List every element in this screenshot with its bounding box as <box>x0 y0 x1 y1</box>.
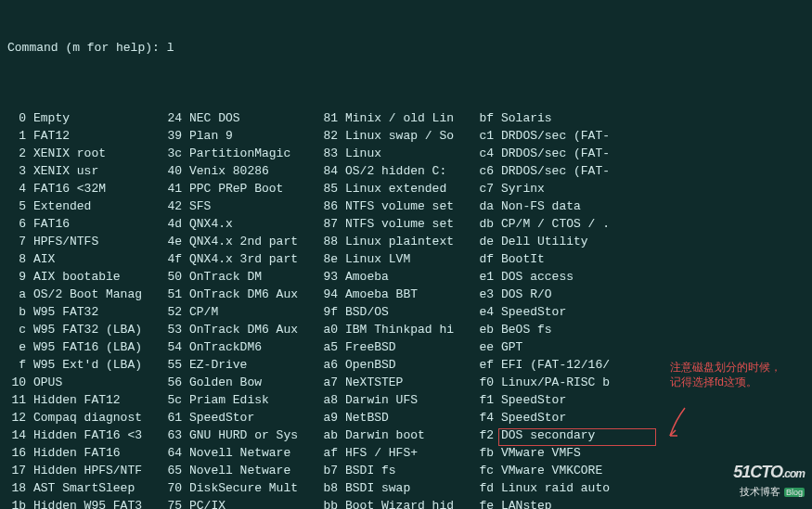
partition-type-entry: dfBootIt <box>475 250 545 268</box>
partition-type-entry: 8eLinux LVM <box>319 250 475 268</box>
hex-code: 54 <box>163 338 189 356</box>
partition-type-entry: 88Linux plaintext <box>319 233 475 250</box>
hex-code: 83 <box>319 145 345 162</box>
logo-blog: Blog <box>784 488 805 497</box>
partition-name: PartitionMagic <box>189 145 319 162</box>
partition-name: Minix / old Lin <box>345 109 475 127</box>
partition-type-entry: fdLinux raid auto <box>475 479 610 497</box>
hex-code: f0 <box>475 374 501 391</box>
partition-type-entry: a8Darwin UFS <box>319 391 475 409</box>
hex-code: 39 <box>163 127 189 145</box>
table-row: 11Hidden FAT125cPriam Ediska8Darwin UFSf… <box>7 391 805 409</box>
hex-code: b8 <box>319 479 345 497</box>
partition-type-entry: 40Venix 80286 <box>163 162 319 180</box>
hex-code: b <box>7 303 33 321</box>
partition-name: Extended <box>33 197 163 215</box>
logo-main: 51CTO <box>733 463 782 481</box>
partition-type-entry: 18AST SmartSleep <box>7 479 163 497</box>
hex-code: 94 <box>319 286 345 303</box>
partition-name: BSDI swap <box>345 479 475 497</box>
partition-name: Linux <box>345 145 475 162</box>
partition-name: QNX4.x 3rd part <box>189 250 319 268</box>
partition-name: OnTrack DM6 Aux <box>189 286 319 303</box>
partition-name: BSDI fs <box>345 462 475 479</box>
hex-code: 9f <box>319 303 345 321</box>
partition-name: Linux LVM <box>345 250 475 268</box>
hex-code: fb <box>475 444 501 462</box>
partition-type-entry: bfSolaris <box>475 109 552 127</box>
table-row: 18AST SmartSleep70DiskSecure Multb8BSDI … <box>7 479 805 497</box>
partition-name: Hidden FAT12 <box>33 391 163 409</box>
logo-sub: 技术博客 <box>740 486 780 497</box>
partition-name: Hidden FAT16 <3 <box>33 426 163 444</box>
hex-code: fc <box>475 462 501 479</box>
partition-type-entry: afHFS / HFS+ <box>319 444 475 462</box>
partition-name: AST SmartSleep <box>33 479 163 497</box>
table-row: 8AIX4fQNX4.x 3rd part8eLinux LVMdfBootIt <box>7 250 805 268</box>
partition-type-entry: 4eQNX4.x 2nd part <box>163 233 319 250</box>
hex-code: ee <box>475 338 501 356</box>
partition-name: NeXTSTEP <box>345 374 475 391</box>
hex-code: a5 <box>319 338 345 356</box>
table-row: 14Hidden FAT16 <363GNU HURD or SysabDarw… <box>7 426 805 444</box>
hex-code: 64 <box>163 444 189 462</box>
table-row: 5Extended42SFS86NTFS volume setdaNon-FS … <box>7 197 805 215</box>
partition-type-entry: 4FAT16 <32M <box>7 180 163 197</box>
partition-type-entry: 64Novell Netware <box>163 444 319 462</box>
hex-code: f1 <box>475 391 501 409</box>
hex-code: 56 <box>163 374 189 391</box>
partition-type-entry: 12Compaq diagnost <box>7 409 163 426</box>
partition-type-entry: 1bHidden W95 FAT3 <box>7 497 163 509</box>
command-prompt: Command (m for help): l <box>7 39 805 57</box>
partition-name: BootIt <box>501 250 545 268</box>
partition-type-entry: 56Golden Bow <box>163 374 319 391</box>
partition-type-entry: efEFI (FAT-12/16/ <box>475 356 610 374</box>
partition-type-entry: 51OnTrack DM6 Aux <box>163 286 319 303</box>
partition-name: OPUS <box>33 374 163 391</box>
partition-name: NTFS volume set <box>345 197 475 215</box>
partition-type-entry: 4fQNX4.x 3rd part <box>163 250 319 268</box>
partition-name: W95 FAT32 (LBA) <box>33 321 163 338</box>
hex-code: a <box>7 286 33 303</box>
table-row: aOS/2 Boot Manag51OnTrack DM6 Aux94Amoeb… <box>7 286 805 303</box>
partition-name: Darwin UFS <box>345 391 475 409</box>
partition-name: Darwin boot <box>345 426 475 444</box>
partition-type-entry: 53OnTrack DM6 Aux <box>163 321 319 338</box>
partition-type-entry: 4dQNX4.x <box>163 215 319 233</box>
partition-type-entry: 39Plan 9 <box>163 127 319 145</box>
hex-code: 84 <box>319 162 345 180</box>
partition-type-entry: 82Linux swap / So <box>319 127 475 145</box>
partition-type-entry: 83Linux <box>319 145 475 162</box>
hex-code: 53 <box>163 321 189 338</box>
partition-type-entry: 8AIX <box>7 250 163 268</box>
terminal-output[interactable]: Command (m for help): l 0Empty24NEC DOS8… <box>0 0 812 509</box>
table-row: 1FAT1239Plan 982Linux swap / Soc1DRDOS/s… <box>7 127 805 145</box>
hex-code: 4e <box>163 233 189 250</box>
partition-name: Amoeba BBT <box>345 286 475 303</box>
partition-name: DRDOS/sec (FAT- <box>501 145 610 162</box>
partition-type-entry: abDarwin boot <box>319 426 475 444</box>
hex-code: 8 <box>7 250 33 268</box>
partition-name: QNX4.x <box>189 215 319 233</box>
partition-type-entry: 81Minix / old Lin <box>319 109 475 127</box>
partition-type-entry: 70DiskSecure Mult <box>163 479 319 497</box>
hex-code: 5 <box>7 197 33 215</box>
partition-type-entry: feLANstep <box>475 497 552 509</box>
partition-name: IBM Thinkpad hi <box>345 321 475 338</box>
partition-name: HFS / HFS+ <box>345 444 475 462</box>
table-row: cW95 FAT32 (LBA)53OnTrack DM6 Auxa0IBM T… <box>7 321 805 338</box>
partition-name: Hidden HPFS/NTF <box>33 462 163 479</box>
partition-type-entry: 63GNU HURD or Sys <box>163 426 319 444</box>
partition-name: DOS secondary <box>501 426 595 444</box>
hex-code: 12 <box>7 409 33 426</box>
partition-type-entry: 5cPriam Edisk <box>163 391 319 409</box>
hex-code: 9 <box>7 268 33 286</box>
hex-code: f2 <box>475 426 501 444</box>
hex-code: f <box>7 356 33 374</box>
partition-name: DOS access <box>501 268 574 286</box>
hex-code: c6 <box>475 162 501 180</box>
hex-code: c <box>7 321 33 338</box>
partition-type-entry: 2XENIX root <box>7 145 163 162</box>
hex-code: da <box>475 197 501 215</box>
partition-type-entry: 41PPC PReP Boot <box>163 180 319 197</box>
